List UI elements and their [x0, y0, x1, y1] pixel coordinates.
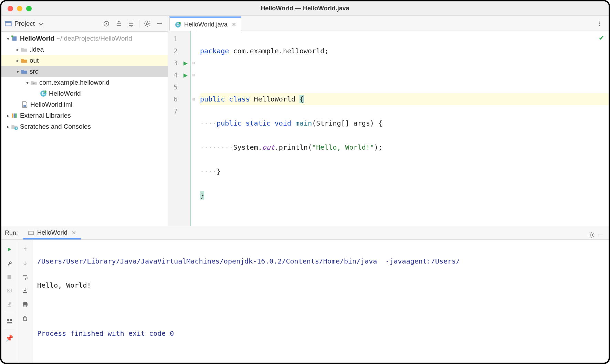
- editor-area: C HelloWorld.java ✕ 1 2 3 4 5 6 7: [168, 16, 609, 226]
- svg-rect-23: [15, 114, 17, 118]
- fold-handle-icon[interactable]: ⊟: [191, 93, 197, 105]
- svg-rect-47: [7, 319, 9, 321]
- tree-node-src[interactable]: ▾ src: [1, 66, 168, 77]
- chevron-down-icon: ▾: [5, 36, 11, 41]
- editor-gutter[interactable]: 1 2 3 4 5 6 7 ▶ ▶ ⊟ ⊟: [168, 31, 197, 226]
- run-settings-button[interactable]: [587, 231, 596, 239]
- tree-node-out[interactable]: ▸ out: [1, 55, 168, 66]
- run-tool-header: Run: HelloWorld ✕: [1, 226, 609, 240]
- close-run-tab-button[interactable]: ✕: [72, 229, 76, 236]
- line-number: 2: [173, 45, 178, 57]
- tree-node-iml[interactable]: HelloWorld.iml: [1, 99, 168, 110]
- tree-node-package[interactable]: ▾ com.example.helloworld: [1, 77, 168, 88]
- svg-line-12: [149, 21, 149, 22]
- code-token: out: [262, 143, 275, 151]
- soft-wrap-button[interactable]: [17, 270, 33, 284]
- tree-node-idea[interactable]: ▸ .idea: [1, 44, 168, 55]
- tree-node-class[interactable]: C HelloWorld: [1, 88, 168, 99]
- stop-button[interactable]: [1, 270, 17, 284]
- chevron-right-icon: ▸: [5, 113, 11, 118]
- hide-tool-window-button[interactable]: [155, 19, 164, 28]
- run-config-icon: [28, 229, 34, 236]
- tree-label: HelloWorld.iml: [30, 101, 72, 108]
- expand-all-button[interactable]: [114, 19, 123, 28]
- window-title: HelloWorld — HelloWorld.java: [1, 5, 609, 12]
- scroll-to-end-button[interactable]: [17, 284, 33, 298]
- code-area[interactable]: package com.example.helloworld; public c…: [197, 31, 609, 226]
- svg-point-4: [146, 23, 148, 25]
- zoom-window-button[interactable]: [26, 6, 32, 11]
- wrench-button[interactable]: [1, 256, 17, 270]
- project-tool-header: Project: [1, 16, 168, 32]
- run-tool-label: Run:: [5, 229, 18, 237]
- clear-all-button[interactable]: [17, 311, 33, 325]
- code-token: public static void: [217, 119, 291, 127]
- svg-rect-1: [5, 21, 11, 23]
- close-tab-button[interactable]: ✕: [232, 21, 236, 28]
- fold-handle-icon[interactable]: ⊟: [191, 69, 197, 81]
- project-view-selector[interactable]: Project: [5, 20, 44, 28]
- console-output[interactable]: /Users/User/Library/Java/JavaVirtualMach…: [33, 240, 609, 363]
- close-window-button[interactable]: [8, 6, 13, 11]
- run-tab[interactable]: HelloWorld ✕: [23, 226, 81, 239]
- console-line: Hello, World!: [37, 279, 604, 291]
- java-class-icon: C: [175, 21, 181, 28]
- collapse-all-button[interactable]: [127, 19, 136, 28]
- code-token: public class: [200, 95, 250, 103]
- scroll-down-button[interactable]: [17, 256, 33, 270]
- svg-line-11: [145, 25, 146, 26]
- line-number: 7: [173, 105, 178, 117]
- svg-point-29: [599, 23, 600, 24]
- chevron-down-icon: [38, 20, 44, 27]
- project-tree[interactable]: ▾ HelloWorld ~/IdeaProjects/HelloWorld ▸…: [1, 32, 168, 226]
- rerun-button[interactable]: [1, 243, 17, 256]
- dump-threads-button[interactable]: [1, 284, 17, 298]
- tree-label: out: [30, 57, 39, 64]
- chevron-right-icon: ▸: [14, 47, 21, 52]
- run-main-gutter-icon[interactable]: ▶: [181, 69, 190, 81]
- tree-label: HelloWorld: [20, 35, 54, 42]
- code-token: System.: [233, 143, 262, 151]
- tree-node-scratches[interactable]: ▸ Scratches and Consoles: [1, 121, 168, 132]
- chevron-right-icon: ▸: [5, 124, 11, 129]
- folder-icon: [21, 46, 28, 53]
- file-icon: [21, 101, 28, 108]
- tree-label: HelloWorld: [49, 90, 81, 97]
- module-icon: [11, 35, 18, 42]
- line-number: 1: [173, 33, 178, 45]
- scroll-up-button[interactable]: [17, 243, 33, 256]
- settings-button[interactable]: [143, 19, 152, 28]
- fold-gutter: ⊟ ⊟ ⊟: [190, 31, 197, 226]
- print-button[interactable]: [17, 298, 33, 311]
- exit-button[interactable]: [1, 298, 17, 311]
- console-line: /Users/User/Library/Java/JavaVirtualMach…: [37, 255, 604, 267]
- editor-tab[interactable]: C HelloWorld.java ✕: [169, 17, 241, 31]
- svg-point-45: [8, 290, 10, 291]
- tree-node-ext-lib[interactable]: ▸ External Libraries: [1, 110, 168, 121]
- svg-point-16: [33, 83, 35, 84]
- svg-line-9: [145, 21, 146, 22]
- editor-body[interactable]: 1 2 3 4 5 6 7 ▶ ▶ ⊟ ⊟: [168, 31, 609, 226]
- project-icon: [5, 20, 12, 27]
- svg-rect-15: [11, 35, 13, 37]
- project-tool-window: Project: [1, 16, 168, 226]
- code-token: com.example.helloworld;: [229, 47, 328, 55]
- run-tool-window: Run: HelloWorld ✕: [1, 226, 609, 363]
- tree-node-root[interactable]: ▾ HelloWorld ~/IdeaProjects/HelloWorld: [1, 33, 168, 44]
- code-token: }: [200, 191, 204, 200]
- run-second-toolbar: [17, 240, 33, 363]
- main-split: Project: [1, 16, 609, 226]
- separator: [4, 313, 14, 313]
- minimize-window-button[interactable]: [17, 6, 22, 11]
- console-line: [37, 303, 604, 315]
- editor-tab-options-button[interactable]: [594, 18, 605, 29]
- hide-run-button[interactable]: [596, 231, 605, 239]
- svg-rect-32: [29, 231, 33, 232]
- inspection-ok-icon[interactable]: ✔: [599, 34, 604, 42]
- run-class-gutter-icon[interactable]: ▶: [181, 57, 190, 69]
- select-opened-file-button[interactable]: [102, 19, 111, 28]
- caret: [304, 95, 304, 103]
- layout-button[interactable]: [1, 314, 17, 328]
- pin-button[interactable]: 📌: [1, 331, 17, 345]
- fold-handle-icon[interactable]: ⊟: [191, 57, 197, 69]
